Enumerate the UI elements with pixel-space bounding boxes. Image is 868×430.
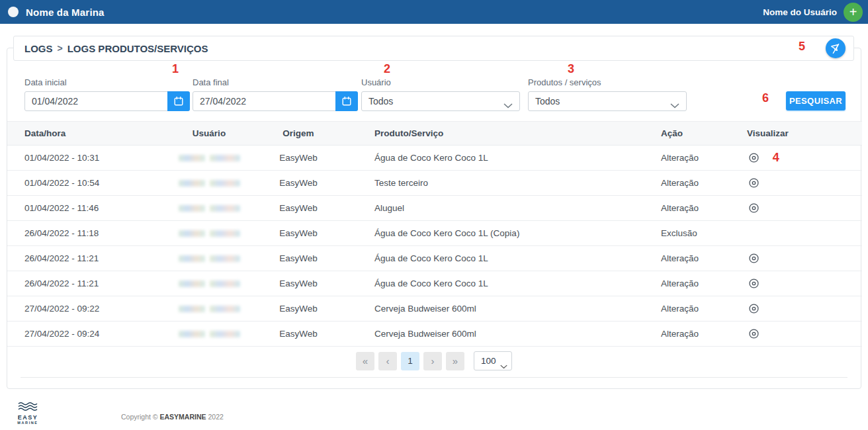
eye-icon xyxy=(748,281,760,291)
log-product: Água de Coco Kero Coco 1L (Copia) xyxy=(331,221,656,246)
user-name-redacted xyxy=(179,205,240,212)
breadcrumb-current: LOGS PRODUTOS/SERVIÇOS xyxy=(67,43,208,54)
view-log-button[interactable] xyxy=(747,327,761,341)
log-view-cell xyxy=(742,296,862,322)
view-log-button[interactable] xyxy=(747,151,761,165)
header-visualizar: Visualizar xyxy=(742,122,862,146)
log-user-cell xyxy=(153,221,265,246)
user-name-redacted xyxy=(179,230,240,237)
log-view-cell xyxy=(742,246,862,271)
logo-text-marine: MARINE xyxy=(17,421,39,425)
log-user-cell xyxy=(153,322,265,347)
produtos-servicos-label: Produtos / serviços xyxy=(528,77,687,87)
logs-table: Data/hora Usuário Origem Produto/Serviço… xyxy=(7,121,862,347)
filter-slash-icon xyxy=(830,43,842,54)
waves-icon xyxy=(18,402,38,411)
log-table-body: 01/04/2022 - 10:31 EasyWeb Água de Coco … xyxy=(7,146,862,347)
paginator: « ‹ 1 › » 100 xyxy=(7,351,861,370)
table-row: 01/04/2022 - 10:54 EasyWeb Teste terceir… xyxy=(7,171,862,196)
table-row: 01/04/2022 - 11:46 EasyWeb Aluguel Alter… xyxy=(7,196,862,221)
log-datetime: 26/04/2022 - 11:21 xyxy=(7,246,153,271)
log-action: Alteração xyxy=(656,322,742,347)
log-datetime: 27/04/2022 - 09:24 xyxy=(7,322,153,347)
user-name-redacted xyxy=(179,331,240,337)
breadcrumb-parent[interactable]: LOGS xyxy=(24,43,53,54)
header-produto-servico: Produto/Serviço xyxy=(331,122,656,146)
chevron-down-icon xyxy=(503,99,513,111)
eye-icon xyxy=(748,206,760,216)
view-log-button[interactable] xyxy=(747,201,761,215)
log-action: Alteração xyxy=(656,146,742,171)
first-page-button[interactable]: « xyxy=(356,352,374,370)
search-button[interactable]: PESQUISAR xyxy=(786,91,846,110)
marina-logo-icon xyxy=(8,7,19,17)
page-size-select[interactable]: 100 xyxy=(474,351,512,370)
log-user-cell xyxy=(153,271,265,296)
eye-icon xyxy=(748,181,760,191)
annotation-1: 1 xyxy=(172,62,179,76)
page-1-button[interactable]: 1 xyxy=(401,352,419,370)
calendar-icon xyxy=(173,96,184,107)
annotation-3: 3 xyxy=(568,62,574,76)
usuario-select[interactable]: Todos xyxy=(361,91,520,111)
log-user-cell xyxy=(153,146,265,171)
logs-card: Data inicial Data final xyxy=(7,48,861,389)
data-final-label: Data final xyxy=(193,77,358,87)
data-inicial-input[interactable] xyxy=(24,91,190,111)
log-product: Água de Coco Kero Coco 1L xyxy=(331,271,656,296)
data-inicial-calendar-button[interactable] xyxy=(167,91,190,111)
log-user-cell xyxy=(153,296,265,322)
eye-icon xyxy=(748,155,760,165)
log-action: Alteração xyxy=(656,271,742,296)
table-row: 26/04/2022 - 11:21 EasyWeb Água de Coco … xyxy=(7,246,862,271)
field-data-inicial: Data inicial xyxy=(24,77,190,111)
log-origin: EasyWeb xyxy=(265,146,331,171)
log-product: Água de Coco Kero Coco 1L xyxy=(331,246,656,271)
log-datetime: 26/04/2022 - 11:18 xyxy=(7,221,153,246)
header-usuario: Usuário xyxy=(153,122,265,146)
header-data-hora: Data/hora xyxy=(7,122,153,146)
log-product: Cerveja Budweiser 600ml xyxy=(331,322,656,347)
log-action: Alteração xyxy=(656,171,742,196)
chevron-down-icon xyxy=(670,99,679,111)
view-log-button[interactable] xyxy=(747,302,761,316)
data-final-input[interactable] xyxy=(193,91,358,111)
page: Nome da Marina Nome do Usuário + LOGS > … xyxy=(0,0,868,430)
annotation-6: 6 xyxy=(762,91,769,105)
log-view-cell: 4 xyxy=(742,146,862,171)
log-user-cell xyxy=(153,246,265,271)
header-origem: Origem xyxy=(265,122,331,146)
produtos-servicos-select[interactable]: Todos xyxy=(528,91,687,111)
annotation-4: 4 xyxy=(773,151,779,164)
log-datetime: 26/04/2022 - 11:21 xyxy=(7,271,153,296)
table-row: 27/04/2022 - 09:22 EasyWeb Cerveja Budwe… xyxy=(7,296,862,322)
log-view-cell xyxy=(742,322,862,347)
add-button[interactable]: + xyxy=(844,3,863,22)
data-final-calendar-button[interactable] xyxy=(335,91,358,111)
breadcrumb-separator: > xyxy=(58,43,63,54)
field-data-final: Data final xyxy=(193,77,358,111)
user-name-redacted xyxy=(179,180,240,187)
log-view-cell xyxy=(742,196,862,221)
next-page-button[interactable]: › xyxy=(423,352,442,370)
navbar-right: Nome do Usuário + xyxy=(763,3,863,22)
header-acao: Ação xyxy=(656,122,742,146)
logo-text-easy: EASY xyxy=(17,414,39,421)
last-page-button[interactable]: » xyxy=(446,352,464,370)
view-log-button[interactable] xyxy=(747,176,761,190)
field-usuario: Usuário Todos xyxy=(361,77,520,111)
user-name-redacted xyxy=(179,306,240,312)
footer: EASY MARINE Copyright © EASYMARINE 2022 xyxy=(0,397,868,430)
top-navbar: Nome da Marina Nome do Usuário + xyxy=(0,0,868,24)
log-datetime: 01/04/2022 - 10:31 xyxy=(7,146,153,171)
chevron-down-icon xyxy=(500,360,507,372)
annotation-2: 2 xyxy=(384,62,390,76)
view-log-button[interactable] xyxy=(747,277,761,290)
prev-page-button[interactable]: ‹ xyxy=(378,352,397,370)
table-row: 01/04/2022 - 10:31 EasyWeb Água de Coco … xyxy=(7,146,862,171)
view-log-button[interactable] xyxy=(747,251,761,265)
log-action: Exclusão xyxy=(656,221,742,246)
table-row: 26/04/2022 - 11:21 EasyWeb Água de Coco … xyxy=(7,271,862,296)
user-menu[interactable]: Nome do Usuário xyxy=(763,7,837,17)
clear-filter-button[interactable] xyxy=(826,38,846,58)
